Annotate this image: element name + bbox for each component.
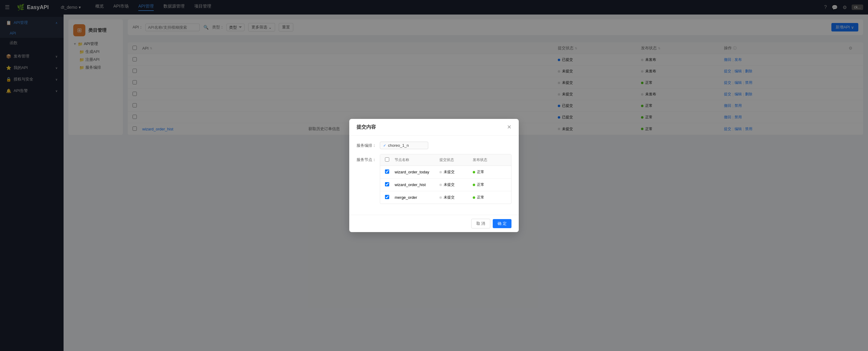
node-header-publish: 发布状态	[473, 157, 506, 162]
service-node-label: 服务节点：	[356, 157, 376, 162]
node-row: merge_order 未提交 正常	[380, 191, 511, 204]
node-row: wizard_order_today 未提交 正常	[380, 166, 511, 179]
service-no-field: 服务编排： ✓ choreo_1_n	[356, 141, 512, 149]
node1-publish-dot	[473, 171, 475, 173]
node1-checkbox[interactable]	[385, 169, 389, 174]
service-no-check-icon: ✓	[383, 143, 386, 148]
node2-submit: 未提交	[439, 182, 473, 187]
node2-publish-dot	[473, 184, 475, 186]
node2-publish-status: 正常	[477, 182, 484, 187]
node2-publish: 正常	[473, 182, 506, 187]
modal-title: 提交内容	[356, 124, 376, 130]
node1-submit-status: 未提交	[444, 169, 455, 174]
submit-modal: 提交内容 ✕ 服务编排： ✓ choreo_1_n 服务节点：	[349, 119, 519, 232]
node-row: wizard_order_hist 未提交 正常	[380, 179, 511, 191]
node-table: 节点名称 提交状态 发布状态	[380, 154, 512, 204]
node-header-submit: 提交状态	[439, 157, 473, 162]
service-node-field: 服务节点： 节点名称 提交状态	[356, 154, 512, 204]
node3-checkbox[interactable]	[385, 195, 389, 199]
modal-footer: 取 消 确 定	[349, 215, 519, 232]
node3-publish-dot	[473, 196, 475, 199]
node1-publish: 正常	[473, 169, 506, 174]
node-header-checkbox[interactable]	[385, 157, 389, 162]
node1-publish-status: 正常	[477, 169, 484, 174]
modal-body: 服务编排： ✓ choreo_1_n 服务节点：	[349, 135, 519, 215]
node1-name: wizard_order_today	[395, 170, 439, 174]
cancel-button[interactable]: 取 消	[471, 219, 491, 228]
modal-overlay: 提交内容 ✕ 服务编排： ✓ choreo_1_n 服务节点：	[0, 0, 868, 351]
node2-name: wizard_order_hist	[395, 183, 439, 187]
node3-name: merge_order	[395, 195, 439, 200]
modal-close-button[interactable]: ✕	[507, 124, 512, 130]
node1-submit-dot	[439, 171, 442, 173]
service-no-text: choreo_1_n	[388, 143, 409, 148]
service-no-value: ✓ choreo_1_n	[380, 141, 428, 149]
node3-submit-dot	[439, 196, 442, 199]
node-header-name: 节点名称	[395, 157, 439, 162]
node3-publish: 正常	[473, 195, 506, 200]
node2-submit-dot	[439, 184, 442, 186]
service-no-label: 服务编排：	[356, 143, 376, 148]
node2-submit-status: 未提交	[444, 182, 455, 187]
node3-publish-status: 正常	[477, 195, 484, 200]
modal-header: 提交内容 ✕	[349, 119, 519, 135]
node1-submit: 未提交	[439, 169, 473, 174]
node2-checkbox[interactable]	[385, 182, 389, 186]
confirm-button[interactable]: 确 定	[493, 219, 512, 228]
node3-submit-status: 未提交	[444, 195, 455, 200]
node-table-container: 节点名称 提交状态 发布状态	[380, 154, 512, 204]
node3-submit: 未提交	[439, 195, 473, 200]
node-table-header: 节点名称 提交状态 发布状态	[380, 154, 511, 166]
